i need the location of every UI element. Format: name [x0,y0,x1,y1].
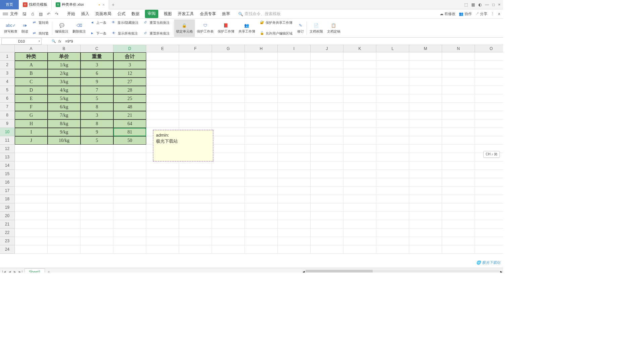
tab-layout[interactable]: 页面布局 [95,10,112,18]
cell[interactable] [475,69,503,78]
cell[interactable] [376,119,409,128]
last-sheet-icon[interactable]: ►| [18,270,23,273]
cell[interactable] [146,52,179,61]
cell[interactable] [15,187,48,195]
cell[interactable] [311,245,343,254]
cell[interactable] [212,69,245,78]
protect-workbook-button[interactable]: 📕 保护工作簿 [216,19,236,37]
cell[interactable] [80,187,113,195]
table-cell[interactable]: 12 [113,69,146,78]
cell[interactable] [212,119,245,128]
cell[interactable] [179,220,212,229]
cell[interactable] [212,161,245,170]
cell[interactable] [80,145,113,153]
cell[interactable] [343,69,376,78]
cell[interactable] [212,86,245,94]
table-cell[interactable]: 48 [113,103,146,111]
cell[interactable] [245,103,278,111]
tab-docer[interactable]: D 找稻壳模板 [19,0,52,9]
cell[interactable] [442,128,475,136]
col-header[interactable]: O [475,45,503,52]
prev-sheet-icon[interactable]: ◄ [8,270,12,273]
cell[interactable] [245,195,278,203]
cell[interactable] [311,111,343,119]
cell[interactable] [409,111,442,119]
cell[interactable] [343,229,376,237]
cell[interactable] [48,203,80,212]
cell[interactable] [146,187,179,195]
cell[interactable] [278,170,311,178]
cell[interactable] [442,170,475,178]
cell[interactable] [442,187,475,195]
cell[interactable] [343,161,376,170]
cell[interactable] [179,119,212,128]
scroll-thumb[interactable] [306,270,373,273]
print-icon[interactable]: ⎙ [30,11,36,17]
cell[interactable] [376,111,409,119]
cell[interactable] [179,94,212,103]
cell[interactable] [113,153,146,161]
cell[interactable] [48,245,80,254]
row-header[interactable]: 13 [0,153,15,161]
table-cell[interactable]: F [15,103,48,111]
cell[interactable] [343,170,376,178]
cell[interactable] [146,111,179,119]
cell[interactable] [245,229,278,237]
row-header[interactable]: 18 [0,195,15,203]
cell[interactable] [311,161,343,170]
cell[interactable] [475,161,503,170]
first-sheet-icon[interactable]: |◄ [2,270,7,273]
table-cell[interactable]: 3 [80,61,113,69]
table-cell[interactable]: 4/kg [48,86,80,94]
cell[interactable] [475,178,503,187]
col-header[interactable]: L [376,45,409,52]
cell[interactable] [376,69,409,78]
cell[interactable] [179,52,212,61]
cell[interactable] [179,161,212,170]
cell[interactable] [442,136,475,145]
cell[interactable] [48,229,80,237]
row-header[interactable]: 11 [0,136,15,145]
cloud-changes[interactable]: ☁ 有修改 [440,11,455,16]
tab-review[interactable]: 审阅 [145,10,158,18]
cell[interactable] [278,61,311,69]
cell[interactable] [179,78,212,86]
cell[interactable] [80,229,113,237]
scroll-left-icon[interactable]: ◄ [302,270,306,273]
row-header[interactable]: 9 [0,119,15,128]
row-header[interactable]: 16 [0,178,15,187]
cell[interactable] [179,86,212,94]
cell[interactable] [48,178,80,187]
table-cell[interactable]: 7/kg [48,111,80,119]
protect-sheet-button[interactable]: 🛡 保护工作表 [195,19,216,37]
cell[interactable] [278,203,311,212]
cell[interactable] [376,220,409,229]
table-cell[interactable]: 10/kg [48,136,80,145]
table-cell[interactable]: 8 [80,103,113,111]
cell[interactable] [409,61,442,69]
cell[interactable] [311,237,343,245]
cell[interactable] [80,161,113,170]
scroll-right-icon[interactable]: ► [499,270,503,273]
search-box[interactable]: 🔍 查找命令、搜索模板 [238,11,281,17]
cell[interactable] [311,86,343,94]
cell[interactable] [212,170,245,178]
cell[interactable] [475,212,503,220]
cell[interactable] [475,78,503,86]
cell[interactable] [278,153,311,161]
cell[interactable] [311,103,343,111]
cell[interactable] [442,61,475,69]
cell[interactable] [343,153,376,161]
cell[interactable] [409,170,442,178]
cell[interactable] [48,145,80,153]
cell[interactable] [475,52,503,61]
cell[interactable] [376,145,409,153]
cell[interactable] [278,237,311,245]
cell[interactable] [48,220,80,229]
tab-view[interactable]: 视图 [163,10,172,18]
cell[interactable] [212,153,245,161]
cell[interactable] [475,128,503,136]
cell[interactable] [245,245,278,254]
cell[interactable] [343,178,376,187]
cell[interactable] [245,52,278,61]
